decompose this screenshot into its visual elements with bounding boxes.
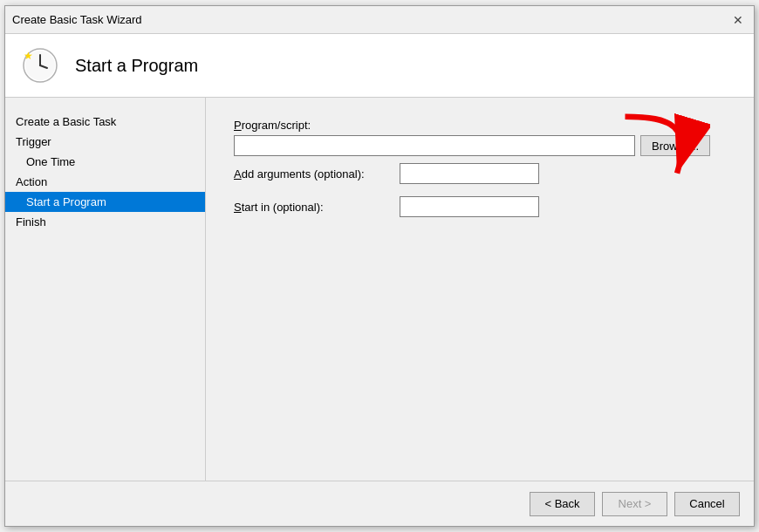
footer: < Back Next > Cancel xyxy=(5,481,754,526)
startin-row: Start in (optional): xyxy=(234,196,726,217)
startin-label: Start in (optional): xyxy=(234,201,400,214)
close-button[interactable]: ✕ xyxy=(729,11,747,29)
title-bar: Create Basic Task Wizard ✕ xyxy=(5,6,754,34)
dialog-title: Create Basic Task Wizard xyxy=(12,13,142,26)
sidebar-item-action[interactable]: Action xyxy=(5,172,205,192)
header-section: ★ Start a Program xyxy=(5,34,754,98)
header-title: Start a Program xyxy=(75,56,198,76)
header-icon: ★ xyxy=(19,44,61,86)
sidebar-item-create-basic-task[interactable]: Create a Basic Task xyxy=(5,112,205,132)
sidebar-item-trigger[interactable]: Trigger xyxy=(5,132,205,152)
args-label: Add arguments (optional): xyxy=(234,167,400,181)
next-button[interactable]: Next > xyxy=(602,492,667,516)
back-button[interactable]: < Back xyxy=(530,492,595,516)
program-row: Browse... xyxy=(234,135,726,156)
sidebar-item-one-time[interactable]: One Time xyxy=(5,152,205,172)
program-input[interactable] xyxy=(234,135,635,156)
content-area: Program/script: Browse... Add arguments … xyxy=(206,98,754,481)
args-row: Add arguments (optional): xyxy=(234,163,726,184)
args-input[interactable] xyxy=(400,163,539,184)
program-label: Program/script: xyxy=(234,119,311,132)
program-label-row: Program/script: xyxy=(234,119,726,132)
sidebar-item-finish[interactable]: Finish xyxy=(5,212,205,232)
sidebar-item-start-a-program[interactable]: Start a Program xyxy=(5,192,205,212)
main-content: Create a Basic Task Trigger One Time Act… xyxy=(5,98,754,481)
dialog: Create Basic Task Wizard ✕ ★ Start a Pro… xyxy=(4,5,755,527)
cancel-button[interactable]: Cancel xyxy=(674,492,740,516)
clock-icon: ★ xyxy=(22,47,58,84)
startin-input[interactable] xyxy=(400,196,539,217)
svg-text:★: ★ xyxy=(24,50,33,62)
sidebar: Create a Basic Task Trigger One Time Act… xyxy=(5,98,206,481)
browse-button[interactable]: Browse... xyxy=(640,135,710,156)
